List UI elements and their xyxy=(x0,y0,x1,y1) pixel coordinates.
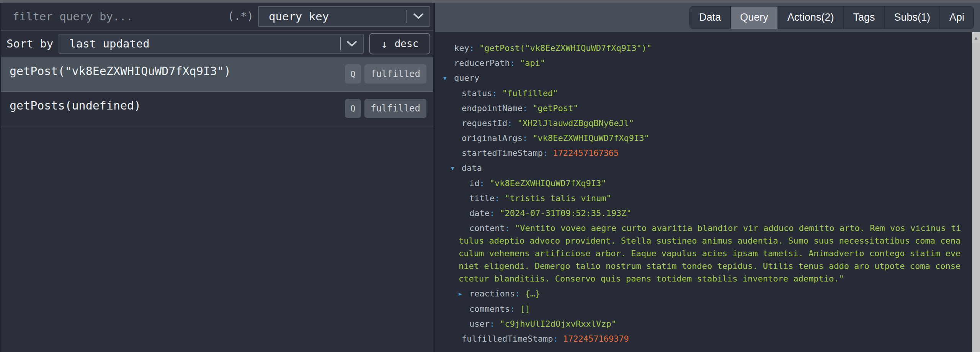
chevron-down-icon xyxy=(341,41,363,47)
tab-api[interactable]: Api xyxy=(940,7,973,29)
json-tree-row: ▼query xyxy=(443,70,964,86)
json-value: "c9jhvUlI2dOjxvRxxlVzp" xyxy=(500,319,616,329)
json-value: "getPost("vk8EeZXWHIQuWD7fXq9I3")" xyxy=(479,43,652,53)
json-tree-row: reducerPath:"api" xyxy=(443,56,964,70)
json-tree-row: status:"fulfilled" xyxy=(443,86,964,101)
json-tree-row: content:"Ventito voveo aegre curto avari… xyxy=(443,221,964,286)
sort-direction-label: desc xyxy=(395,38,419,49)
json-key[interactable]: query xyxy=(454,73,479,83)
json-tree-row: ▼data xyxy=(443,160,964,176)
collapse-arrow-icon[interactable]: ▶ xyxy=(459,287,469,301)
badge-group: Q fulfilled xyxy=(345,99,426,118)
json-value: "tristis talis vinum" xyxy=(505,193,611,203)
main-layout: (.*) query key Sort by last updated xyxy=(0,3,980,352)
expand-arrow-icon[interactable]: ▼ xyxy=(443,71,454,86)
json-value: "vk8EeZXWHIQuWD7fXq9I3" xyxy=(490,178,606,188)
colon: : xyxy=(495,193,500,203)
colon: : xyxy=(523,133,528,143)
json-value: {…} xyxy=(525,289,540,298)
query-key-label: getPosts(undefined) xyxy=(10,98,345,113)
colon: : xyxy=(510,304,515,314)
json-tree-row: date:"2024-07-31T09:52:35.193Z" xyxy=(443,206,964,221)
json-key: content xyxy=(469,223,505,233)
json-value: [] xyxy=(520,304,530,314)
json-tree-row: originalArgs:"vk8EeZXWHIQuWD7fXq9I3" xyxy=(443,131,964,146)
scroll-up-arrow-icon[interactable]: ▲ xyxy=(972,32,980,43)
json-key[interactable]: data xyxy=(462,163,482,173)
json-key: originalArgs xyxy=(462,133,523,143)
json-key: date xyxy=(469,208,490,218)
query-list-panel: (.*) query key Sort by last updated xyxy=(0,3,433,352)
json-value: "getPost" xyxy=(532,103,578,113)
json-tree-row: comments:[] xyxy=(443,301,964,316)
colon: : xyxy=(515,289,520,298)
sort-bar: Sort by last updated ↓ desc xyxy=(1,31,433,57)
filter-query-input[interactable] xyxy=(1,3,225,30)
colon: : xyxy=(507,118,512,128)
tab-tags[interactable]: Tags xyxy=(844,7,885,29)
inspector-tab-bar: Data Query Actions(2) Tags Subs(1) Api xyxy=(435,3,980,32)
scrollbar-thumb[interactable] xyxy=(972,43,980,352)
json-value: "XH2lJlauwdZBgqBNy6eJl" xyxy=(517,118,634,128)
json-tree-row: requestId:"XH2lJlauwdZBgqBNy6eJl" xyxy=(443,116,964,131)
json-value: "fulfilled" xyxy=(502,88,558,98)
status-badge: fulfilled xyxy=(364,99,426,118)
json-value: "Ventito voveo aegre curto avaritia blan… xyxy=(459,223,961,283)
query-type-badge: Q xyxy=(345,64,361,83)
json-tree-row: title:"tristis talis vinum" xyxy=(443,191,964,206)
json-key: user xyxy=(469,319,490,329)
colon: : xyxy=(490,208,495,218)
json-value: "api" xyxy=(520,58,545,68)
query-key-select[interactable]: query key xyxy=(258,6,430,27)
colon: : xyxy=(543,148,548,158)
json-key: status xyxy=(462,88,492,98)
sort-direction-button[interactable]: ↓ desc xyxy=(369,33,430,54)
inspector-panel: Data Query Actions(2) Tags Subs(1) Api k… xyxy=(435,3,980,352)
json-value: "2024-07-31T09:52:35.193Z" xyxy=(500,208,631,218)
expand-arrow-icon[interactable]: ▼ xyxy=(451,161,462,176)
tab-group: Data Query Actions(2) Tags Subs(1) Api xyxy=(689,6,974,29)
regex-toggle-button[interactable]: (.*) xyxy=(228,10,253,23)
json-key: startedTimeStamp xyxy=(462,148,543,158)
json-tree-row: ▶reactions:{…} xyxy=(443,286,964,301)
json-key[interactable]: reactions xyxy=(469,289,515,298)
colon: : xyxy=(469,43,474,53)
tab-subs[interactable]: Subs(1) xyxy=(885,7,940,29)
colon: : xyxy=(505,223,510,233)
colon: : xyxy=(480,178,485,188)
scrollbar[interactable]: ▲ xyxy=(972,32,980,352)
json-tree: key:"getPost("vk8EeZXWHIQuWD7fXq9I3")" r… xyxy=(435,32,972,352)
query-key-select-value: query key xyxy=(259,10,407,23)
query-list: getPost("vk8EeZXWHIQuWD7fXq9I3") Q fulfi… xyxy=(1,57,433,352)
colon: : xyxy=(510,58,515,68)
sort-field-select[interactable]: last updated xyxy=(59,34,364,54)
json-value: 1722457169379 xyxy=(563,334,629,344)
json-key: reducerPath xyxy=(454,58,510,68)
json-key: endpointName xyxy=(462,103,523,113)
badge-group: Q fulfilled xyxy=(345,64,426,83)
query-key-label: getPost("vk8EeZXWHIQuWD7fXq9I3") xyxy=(10,64,345,79)
json-key: key xyxy=(454,43,469,53)
rtk-query-devtools-window: (.*) query key Sort by last updated xyxy=(0,0,980,352)
json-tree-row: key:"getPost("vk8EeZXWHIQuWD7fXq9I3")" xyxy=(443,41,964,56)
json-value: "vk8EeZXWHIQuWD7fXq9I3" xyxy=(532,133,649,143)
json-key: title xyxy=(469,193,495,203)
tab-data[interactable]: Data xyxy=(690,7,731,29)
json-tree-row: endpointName:"getPost" xyxy=(443,101,964,116)
sort-field-select-value: last updated xyxy=(59,37,340,50)
colon: : xyxy=(553,334,558,344)
query-list-item[interactable]: getPosts(undefined) Q fulfilled xyxy=(1,92,433,126)
json-key: fulfilledTimeStamp xyxy=(462,334,553,344)
query-list-item[interactable]: getPost("vk8EeZXWHIQuWD7fXq9I3") Q fulfi… xyxy=(1,57,433,92)
tab-query[interactable]: Query xyxy=(731,7,778,29)
json-key: id xyxy=(469,178,480,188)
sort-by-label: Sort by xyxy=(7,37,53,50)
json-value: 1722457167365 xyxy=(553,148,619,158)
json-tree-row: id:"vk8EeZXWHIQuWD7fXq9I3" xyxy=(443,176,964,191)
json-key: requestId xyxy=(462,118,507,128)
json-tree-row: fulfilledTimeStamp:1722457169379 xyxy=(443,331,964,346)
tab-actions[interactable]: Actions(2) xyxy=(778,7,844,29)
query-type-badge: Q xyxy=(345,99,361,118)
chevron-down-icon xyxy=(407,13,430,20)
arrow-down-icon: ↓ xyxy=(381,37,388,51)
